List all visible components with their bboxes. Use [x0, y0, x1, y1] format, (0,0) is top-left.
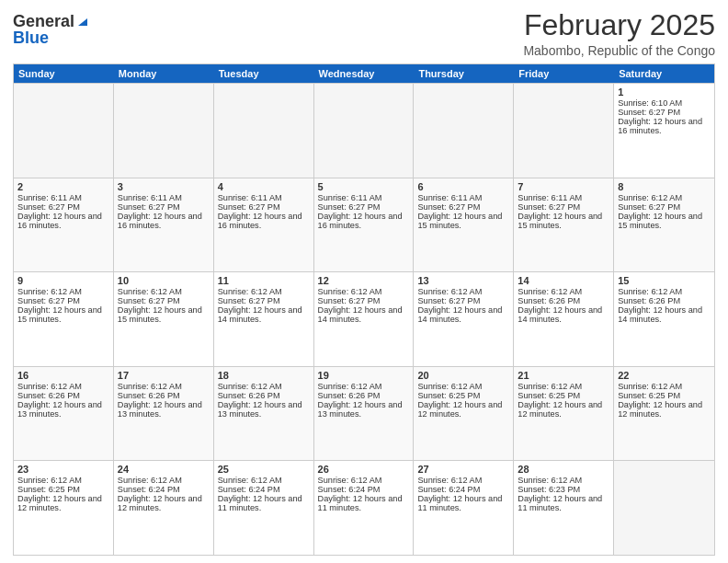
daylight-hours-text: Daylight: 12 hours and 11 minutes.	[318, 494, 410, 512]
sunset-text: Sunset: 6:26 PM	[118, 391, 210, 400]
sunrise-text: Sunrise: 6:11 AM	[17, 193, 109, 202]
title-block: February 2025 Mabombo, Republic of the C…	[523, 9, 715, 58]
day-number: 13	[417, 275, 509, 286]
calendar-row-1: 2Sunrise: 6:11 AMSunset: 6:27 PMDaylight…	[14, 178, 714, 272]
calendar-cell-13: 13Sunrise: 6:12 AMSunset: 6:27 PMDayligh…	[414, 272, 514, 366]
sunrise-text: Sunrise: 6:12 AM	[518, 382, 609, 391]
calendar-cell-empty	[414, 84, 514, 178]
sunrise-text: Sunrise: 6:12 AM	[417, 476, 509, 485]
day-number: 25	[218, 464, 310, 475]
sunset-text: Sunset: 6:27 PM	[618, 108, 711, 117]
sunset-text: Sunset: 6:25 PM	[518, 391, 609, 400]
day-number: 15	[618, 275, 711, 286]
sunset-text: Sunset: 6:27 PM	[318, 296, 410, 305]
calendar-cell-28: 28Sunrise: 6:12 AMSunset: 6:23 PMDayligh…	[514, 461, 614, 555]
daylight-hours-text: Daylight: 12 hours and 16 minutes.	[318, 212, 410, 230]
calendar-cell-4: 4Sunrise: 6:11 AMSunset: 6:27 PMDaylight…	[214, 178, 314, 272]
sunrise-text: Sunrise: 6:12 AM	[218, 382, 310, 391]
calendar-page: General Blue February 2025 Mabombo, Repu…	[0, 0, 728, 563]
sunset-text: Sunset: 6:26 PM	[318, 391, 410, 400]
sunrise-text: Sunrise: 6:11 AM	[218, 193, 310, 202]
calendar-row-4: 23Sunrise: 6:12 AMSunset: 6:25 PMDayligh…	[14, 460, 714, 555]
sunset-text: Sunset: 6:27 PM	[218, 202, 310, 212]
calendar-cell-14: 14Sunrise: 6:12 AMSunset: 6:26 PMDayligh…	[514, 272, 614, 366]
sunset-text: Sunset: 6:26 PM	[518, 296, 609, 305]
daylight-hours-text: Daylight: 12 hours and 15 minutes.	[618, 212, 711, 230]
sunrise-text: Sunrise: 6:11 AM	[118, 193, 210, 202]
sunset-text: Sunset: 6:24 PM	[218, 485, 310, 494]
calendar-cell-18: 18Sunrise: 6:12 AMSunset: 6:26 PMDayligh…	[214, 367, 314, 461]
daylight-hours-text: Daylight: 12 hours and 16 minutes.	[218, 212, 310, 230]
weekday-header-sunday: Sunday	[14, 64, 114, 83]
calendar-row-3: 16Sunrise: 6:12 AMSunset: 6:26 PMDayligh…	[14, 366, 714, 461]
calendar-cell-27: 27Sunrise: 6:12 AMSunset: 6:24 PMDayligh…	[414, 461, 514, 555]
sunset-text: Sunset: 6:26 PM	[618, 296, 711, 305]
calendar-cell-7: 7Sunrise: 6:11 AMSunset: 6:27 PMDaylight…	[514, 178, 614, 272]
calendar-cell-9: 9Sunrise: 6:12 AMSunset: 6:27 PMDaylight…	[14, 272, 114, 366]
sunrise-text: Sunrise: 6:12 AM	[118, 476, 210, 485]
sunset-text: Sunset: 6:26 PM	[218, 391, 310, 400]
header: General Blue February 2025 Mabombo, Repu…	[13, 9, 715, 58]
daylight-hours-text: Daylight: 12 hours and 12 minutes.	[17, 494, 109, 512]
sunset-text: Sunset: 6:25 PM	[417, 391, 509, 400]
sunset-text: Sunset: 6:27 PM	[318, 202, 410, 212]
sunrise-text: Sunrise: 6:11 AM	[518, 193, 609, 202]
weekday-header-wednesday: Wednesday	[314, 64, 415, 83]
calendar-cell-8: 8Sunrise: 6:12 AMSunset: 6:27 PMDaylight…	[614, 178, 714, 272]
daylight-hours-text: Daylight: 12 hours and 11 minutes.	[518, 494, 609, 512]
day-number: 24	[118, 464, 210, 475]
calendar-cell-17: 17Sunrise: 6:12 AMSunset: 6:26 PMDayligh…	[114, 367, 214, 461]
sunrise-text: Sunrise: 6:12 AM	[218, 287, 310, 296]
sunrise-text: Sunrise: 6:11 AM	[318, 193, 410, 202]
day-number: 3	[118, 181, 210, 192]
day-number: 4	[218, 181, 310, 192]
day-number: 12	[318, 275, 410, 286]
calendar-cell-19: 19Sunrise: 6:12 AMSunset: 6:26 PMDayligh…	[314, 367, 415, 461]
sunset-text: Sunset: 6:26 PM	[17, 391, 109, 400]
sunset-text: Sunset: 6:27 PM	[518, 202, 609, 212]
sunrise-text: Sunrise: 6:12 AM	[618, 193, 711, 202]
calendar-cell-15: 15Sunrise: 6:12 AMSunset: 6:26 PMDayligh…	[614, 272, 714, 366]
logo-blue-text: Blue	[13, 29, 49, 46]
sunset-text: Sunset: 6:27 PM	[118, 296, 210, 305]
daylight-hours-text: Daylight: 12 hours and 15 minutes.	[17, 305, 109, 324]
calendar-cell-3: 3Sunrise: 6:11 AMSunset: 6:27 PMDaylight…	[114, 178, 214, 272]
sunrise-text: Sunrise: 6:12 AM	[417, 287, 509, 296]
day-number: 16	[17, 370, 109, 381]
weekday-header-tuesday: Tuesday	[214, 64, 314, 83]
day-number: 2	[17, 181, 109, 192]
daylight-hours-text: Daylight: 12 hours and 11 minutes.	[218, 494, 310, 512]
calendar-body: 1Sunrise: 6:10 AMSunset: 6:27 PMDaylight…	[14, 83, 714, 555]
weekday-header-thursday: Thursday	[414, 64, 514, 83]
calendar-cell-2: 2Sunrise: 6:11 AMSunset: 6:27 PMDaylight…	[14, 178, 114, 272]
day-number: 9	[17, 275, 109, 286]
daylight-hours-text: Daylight: 12 hours and 12 minutes.	[417, 400, 509, 419]
day-number: 14	[518, 275, 609, 286]
daylight-hours-text: Daylight: 12 hours and 12 minutes.	[518, 400, 609, 419]
calendar-cell-24: 24Sunrise: 6:12 AMSunset: 6:24 PMDayligh…	[114, 461, 214, 555]
day-number: 11	[218, 275, 310, 286]
daylight-hours-text: Daylight: 12 hours and 14 minutes.	[218, 305, 310, 324]
calendar-header: SundayMondayTuesdayWednesdayThursdayFrid…	[14, 64, 714, 83]
calendar-cell-26: 26Sunrise: 6:12 AMSunset: 6:24 PMDayligh…	[314, 461, 415, 555]
sunrise-text: Sunrise: 6:12 AM	[218, 476, 310, 485]
day-number: 18	[218, 370, 310, 381]
calendar-row-0: 1Sunrise: 6:10 AMSunset: 6:27 PMDaylight…	[14, 83, 714, 178]
sunrise-text: Sunrise: 6:12 AM	[17, 287, 109, 296]
daylight-hours-text: Daylight: 12 hours and 14 minutes.	[618, 305, 711, 324]
sunrise-text: Sunrise: 6:12 AM	[417, 382, 509, 391]
sunrise-text: Sunrise: 6:12 AM	[318, 476, 410, 485]
sunrise-text: Sunrise: 6:12 AM	[518, 287, 609, 296]
daylight-hours-text: Daylight: 12 hours and 15 minutes.	[417, 212, 509, 230]
day-number: 17	[118, 370, 210, 381]
calendar-cell-6: 6Sunrise: 6:11 AMSunset: 6:27 PMDaylight…	[414, 178, 514, 272]
daylight-hours-text: Daylight: 12 hours and 15 minutes.	[518, 212, 609, 230]
day-number: 5	[318, 181, 410, 192]
daylight-hours-text: Daylight: 12 hours and 14 minutes.	[518, 305, 609, 324]
daylight-hours-text: Daylight: 12 hours and 12 minutes.	[118, 494, 210, 512]
daylight-hours-text: Daylight: 12 hours and 11 minutes.	[417, 494, 509, 512]
calendar-cell-21: 21Sunrise: 6:12 AMSunset: 6:25 PMDayligh…	[514, 367, 614, 461]
daylight-hours-text: Daylight: 12 hours and 13 minutes.	[17, 400, 109, 419]
calendar-cell-5: 5Sunrise: 6:11 AMSunset: 6:27 PMDaylight…	[314, 178, 415, 272]
calendar-cell-20: 20Sunrise: 6:12 AMSunset: 6:25 PMDayligh…	[414, 367, 514, 461]
